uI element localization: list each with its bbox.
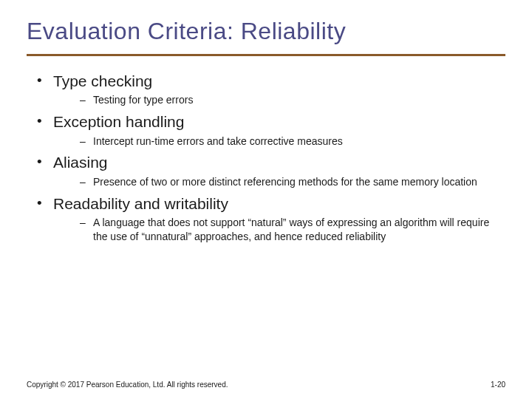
bullet-topic: Aliasing <box>37 152 505 173</box>
list-item: Exception handling Intercept run-time er… <box>37 112 505 148</box>
list-item: Type checking Testing for type errors <box>37 71 505 107</box>
list-item: Aliasing Presence of two or more distinc… <box>37 152 505 188</box>
slide-footer: Copyright © 2017 Pearson Education, Ltd.… <box>27 381 505 389</box>
sub-item: Testing for type errors <box>80 93 505 107</box>
title-underline <box>27 54 505 56</box>
sub-item: Presence of two or more distinct referen… <box>80 175 505 189</box>
sub-list: Intercept run-time errors and take corre… <box>37 134 505 149</box>
sub-list: Testing for type errors <box>37 93 505 107</box>
sub-item: A language that does not support “natura… <box>80 216 505 244</box>
sub-list: Presence of two or more distinct referen… <box>37 175 505 189</box>
bullet-list: Type checking Testing for type errors Ex… <box>27 71 505 244</box>
sub-item: Intercept run-time errors and take corre… <box>80 134 505 149</box>
list-item: Readability and writability A language t… <box>37 194 505 244</box>
copyright-text: Copyright © 2017 Pearson Education, Ltd.… <box>27 381 228 389</box>
bullet-topic: Readability and writability <box>37 194 505 214</box>
page-number: 1-20 <box>491 381 505 389</box>
sub-list: A language that does not support “natura… <box>37 216 505 244</box>
bullet-topic: Type checking <box>37 71 505 92</box>
bullet-topic: Exception handling <box>37 112 505 132</box>
slide-title: Evaluation Criteria: Reliability <box>27 18 505 45</box>
